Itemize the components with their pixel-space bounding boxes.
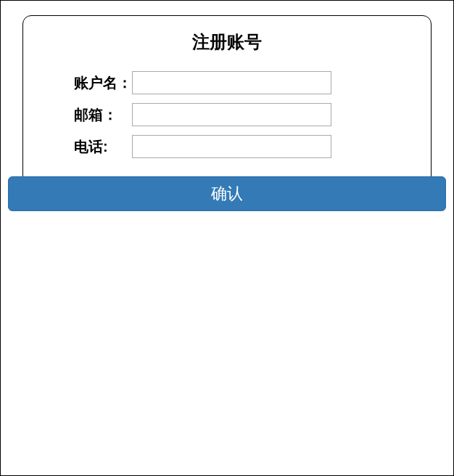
registration-card: 注册账号 账户名： 邮箱： 电话: (22, 15, 432, 185)
email-row: 邮箱： (23, 103, 431, 126)
phone-input[interactable] (132, 135, 331, 158)
email-input[interactable] (132, 103, 331, 126)
phone-label: 电话: (52, 137, 132, 157)
phone-row: 电话: (23, 135, 431, 158)
username-input[interactable] (132, 71, 331, 94)
form-title: 注册账号 (23, 30, 431, 54)
submit-button[interactable]: 确认 (8, 176, 446, 211)
email-label: 邮箱： (52, 105, 132, 125)
username-label: 账户名： (52, 73, 132, 93)
username-row: 账户名： (23, 71, 431, 94)
